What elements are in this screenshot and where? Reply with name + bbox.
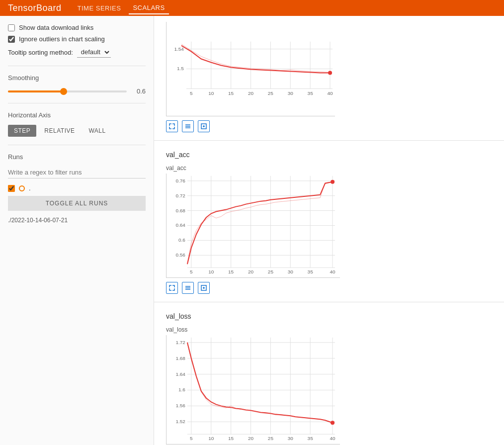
svg-point-93 [331,421,335,425]
ignore-outliers-label: Ignore outliers in chart scaling [19,35,105,43]
svg-text:10: 10 [208,90,214,96]
tooltip-select[interactable]: default [77,47,111,58]
svg-point-21 [328,71,332,75]
svg-text:5: 5 [190,436,193,441]
svg-point-57 [331,180,335,184]
svg-text:25: 25 [268,269,274,274]
svg-text:5: 5 [190,269,193,274]
svg-text:0.6: 0.6 [178,237,185,243]
show-download-label: Show data download links [19,24,93,31]
run-checkbox[interactable] [8,185,15,192]
run-item: . [8,184,146,192]
svg-text:40: 40 [330,269,336,274]
show-download-checkbox[interactable] [8,24,15,31]
haxis-wall-button[interactable]: WALL [83,125,111,137]
header: TensorBoard TIME SERIES SCALARS [0,0,504,16]
svg-text:35: 35 [308,269,314,274]
haxis-relative-button[interactable]: RELATIVE [38,125,81,137]
chart-toolbar-val-acc [166,282,492,294]
val-acc-fit-icon[interactable] [198,282,210,294]
svg-text:15: 15 [228,269,234,274]
chart-svg-val-acc: 0.76 0.72 0.68 0.64 0.6 0.56 5 10 15 20 … [167,174,340,277]
svg-text:0.76: 0.76 [175,178,185,183]
val-acc-expand-icon[interactable] [166,282,178,294]
fit-icon[interactable] [198,120,210,132]
svg-text:0.72: 0.72 [175,193,185,198]
chart-svg-val-loss: 1.72 1.68 1.64 1.6 1.56 1.52 5 10 15 20 … [167,335,340,444]
svg-text:0.68: 0.68 [175,208,185,213]
chart-card-val-acc: val_acc val_acc [154,141,504,302]
svg-text:5: 5 [190,90,193,96]
smoothing-label: Smoothing [8,74,146,82]
svg-text:35: 35 [308,436,314,441]
svg-text:1.6: 1.6 [178,387,185,392]
haxis-step-button[interactable]: STEP [8,125,36,137]
toggle-all-button[interactable]: TOGGLE ALL RUNS [8,196,146,211]
haxis-section: Horizontal Axis STEP RELATIVE WALL [8,111,146,145]
svg-text:15: 15 [228,90,234,96]
runs-filter-input[interactable] [8,167,146,178]
chart-toolbar-partial [166,120,492,132]
expand-icon[interactable] [166,120,178,132]
svg-text:20: 20 [248,436,254,441]
svg-text:40: 40 [330,436,336,441]
svg-text:1.72: 1.72 [175,340,185,345]
data-icon[interactable] [182,120,194,132]
haxis-label: Horizontal Axis [8,111,146,119]
tooltip-label: Tooltip sorting method: [8,49,73,56]
svg-text:1.64: 1.64 [175,371,185,377]
run-circle [19,185,25,191]
svg-text:30: 30 [288,269,294,274]
svg-text:40: 40 [327,90,333,96]
smoothing-track [8,90,127,92]
nav-time-series[interactable]: TIME SERIES [74,2,125,14]
svg-text:1.68: 1.68 [175,356,185,361]
ignore-outliers-row: Ignore outliers in chart scaling [8,35,146,43]
header-nav: TIME SERIES SCALARS [74,2,169,14]
ignore-outliers-checkbox[interactable] [8,36,15,43]
svg-text:1.5: 1.5 [177,66,184,71]
svg-text:15: 15 [228,436,234,441]
svg-text:0.64: 0.64 [175,222,185,228]
svg-text:20: 20 [248,90,254,96]
show-download-row: Show data download links [8,24,146,31]
chart-svg-partial: 1.54 1.5 5 10 15 20 25 30 35 40 [167,22,335,116]
chart-area-val-acc: 0.76 0.72 0.68 0.64 0.6 0.56 5 10 15 20 … [166,174,340,278]
svg-text:30: 30 [288,436,294,441]
chart-area-partial: 1.54 1.5 5 10 15 20 25 30 35 40 [166,22,335,116]
val-loss-inner-title: val_loss [166,326,492,333]
val-acc-inner-title: val_acc [166,165,492,172]
svg-text:35: 35 [308,90,314,96]
run-name: ./2022-10-14-06-07-21 [8,217,146,224]
smoothing-section: Smoothing 0.6 [8,74,146,103]
nav-scalars[interactable]: SCALARS [129,2,168,14]
runs-label: Runs [8,153,146,161]
smoothing-thumb[interactable] [60,88,67,95]
val-acc-data-icon[interactable] [182,282,194,294]
svg-text:30: 30 [288,90,294,96]
tooltip-row: Tooltip sorting method: default [8,47,146,58]
chart-area-val-loss: 1.72 1.68 1.64 1.6 1.56 1.52 5 10 15 20 … [166,335,340,445]
chart-card-val-loss: val_loss val_loss [154,302,504,445]
main-layout: Show data download links Ignore outliers… [0,16,504,445]
svg-text:10: 10 [208,436,214,441]
sidebar: Show data download links Ignore outliers… [0,16,154,445]
svg-text:25: 25 [268,436,274,441]
chart-card-partial: 1.54 1.5 5 10 15 20 25 30 35 40 [154,16,504,141]
svg-text:10: 10 [208,269,214,274]
runs-section: Runs . TOGGLE ALL RUNS ./2022-10-14-06-0… [8,153,146,224]
val-acc-title: val_acc [166,147,492,161]
svg-text:0.56: 0.56 [175,252,185,258]
svg-text:20: 20 [248,269,254,274]
val-loss-title: val_loss [166,308,492,322]
smoothing-fill [8,90,64,92]
smoothing-row: 0.6 [8,88,146,95]
run-dot: . [29,184,31,192]
logo: TensorBoard [8,3,62,13]
svg-text:1.52: 1.52 [175,419,185,424]
svg-text:25: 25 [268,90,274,96]
haxis-buttons: STEP RELATIVE WALL [8,125,146,137]
smoothing-value: 0.6 [131,88,146,95]
main-content: 1.54 1.5 5 10 15 20 25 30 35 40 [154,16,504,445]
svg-text:1.56: 1.56 [175,403,185,408]
